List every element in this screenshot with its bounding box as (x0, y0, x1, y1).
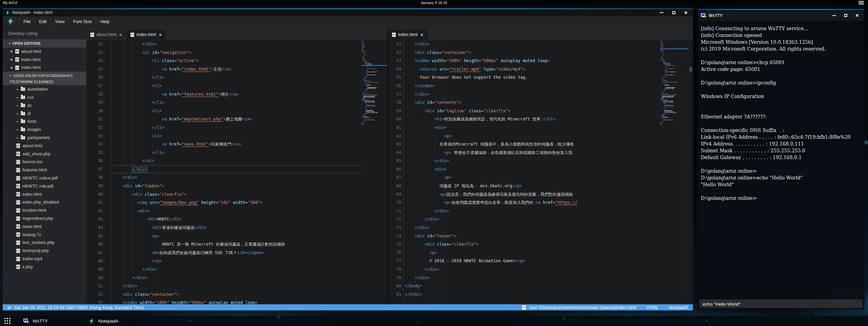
folder-icon (21, 96, 25, 99)
minimize-icon[interactable] (832, 13, 836, 18)
chevron-right-icon: ▸ (17, 128, 19, 131)
terminal-line: Subnet Mask . . . . . . . . . . . : 255.… (701, 147, 862, 154)
code-line: </div> (405, 207, 660, 215)
menu-edit[interactable]: Edit (35, 17, 51, 26)
minimize-icon[interactable] (659, 10, 664, 15)
sidebar-file-mapredirect.php[interactable]: mapredirect.php (3, 214, 86, 223)
sidebar-file-about.html[interactable]: about.html (3, 142, 86, 150)
code-line: <p> 即使你不是建築師，你也能透過紅石師或鐵路工程師的身份加入我 (405, 149, 660, 157)
sidebar-folder-autostation[interactable]: ▸autostation (3, 85, 86, 93)
scrollbar[interactable] (689, 40, 693, 304)
maximize-icon[interactable] (671, 10, 676, 15)
sidebar-file-testmysql.php[interactable]: testmysql.php (3, 247, 86, 255)
terminal-icon (23, 319, 29, 323)
sidebar-folder-dc[interactable]: ▸dc (3, 101, 86, 110)
wstty-titlebar[interactable]: WsTTY × (698, 10, 864, 21)
open-editors-section[interactable]: ▾ OPEN EDITORS (3, 39, 86, 47)
close-icon[interactable]: × (10, 65, 13, 70)
folder-label: dc (28, 103, 32, 108)
chevron-right-icon: ▸ (17, 112, 19, 115)
taskbar: WsTTY NotepadA (0, 316, 868, 326)
terminal-line: D:\golang\aroz online>echo "Hello World" (701, 174, 862, 181)
menu-font-size[interactable]: Font Size (69, 17, 96, 26)
file-icon (15, 49, 19, 54)
terminal-line: Windows IP Configuration (701, 93, 862, 100)
scrollbar-thumb[interactable] (689, 67, 692, 72)
file-label: index.html (22, 192, 42, 197)
system-menu-icon[interactable] (858, 1, 864, 4)
workspace-path-line1: USER:/DESKTOP/SCREENSHOT (13, 74, 73, 78)
maximize-icon[interactable] (843, 13, 848, 18)
file-icon (522, 305, 526, 310)
editor-pane-left: about.html×index.html× 22232425262728293… (86, 27, 387, 304)
tab-index.html[interactable]: index.html× (388, 30, 428, 40)
code-line: <li> (113, 132, 361, 140)
folder-label: css (28, 95, 34, 100)
menu-help[interactable]: Help (96, 17, 114, 26)
tab-about.html[interactable]: about.html× (86, 30, 126, 40)
minimap-left[interactable] (361, 40, 387, 304)
workspace-root-item[interactable]: ▾ USER:/DESKTOP/SCREENSHOT /TEST/WWW CLE… (3, 72, 86, 85)
sidebar-folder-images[interactable]: ▸images (3, 126, 86, 134)
sidebar-file-x.php[interactable]: x.php (3, 263, 86, 271)
tab-index.html[interactable]: index.html× (126, 30, 166, 40)
taskbar-item-notepada[interactable]: NotepadA (85, 316, 122, 326)
open-editor-item[interactable]: ×index.html (3, 56, 86, 64)
code-line: <video width="100%" height="500px" autop… (113, 299, 361, 304)
code-line: </p> (113, 257, 361, 265)
sidebar-file-HKWTC_notice.pdf[interactable]: HKWTC notice.pdf (3, 174, 86, 182)
code-line: </div> (405, 40, 660, 49)
close-icon[interactable]: × (10, 57, 13, 62)
menu-view[interactable]: View (51, 17, 69, 26)
code-line: </div> (405, 265, 660, 274)
sidebar-file-favicon.ico[interactable]: favicon.ico (3, 158, 86, 166)
sidebar-folder-fonts[interactable]: ▸fonts (3, 118, 86, 126)
menu-file[interactable]: File (19, 17, 35, 26)
close-icon[interactable]: × (10, 49, 13, 54)
minimap-right[interactable] (660, 40, 689, 304)
notepad-titlebar[interactable]: NotepadA - index.html × (3, 9, 693, 16)
close-icon[interactable]: × (159, 32, 162, 37)
code-line: </div> (113, 40, 361, 49)
minimap-cursor (361, 65, 387, 66)
folder-icon (21, 88, 25, 91)
close-icon[interactable]: × (421, 32, 423, 37)
terminal-output[interactable]: [info] Conencting to arozos WsTTY servic… (698, 21, 864, 309)
sidebar-file-index.html[interactable]: index.html (3, 190, 86, 198)
sidebar-file-HKWTC_rule.pdf[interactable]: HKWTC rule.pdf (3, 182, 86, 190)
sidebar-file-news.html[interactable]: news.html (3, 223, 86, 231)
open-editor-item[interactable]: ×about.html (3, 47, 86, 56)
sidebar-folder-yamiyamimi[interactable]: ▸yamiyamimi (3, 134, 86, 142)
file-icon (16, 184, 20, 188)
sidebar-file-index.php_disabled[interactable]: index.php_disabled (3, 198, 86, 207)
sidebar-file-features.html[interactable]: features.html (3, 166, 86, 174)
close-icon[interactable]: × (684, 10, 688, 15)
close-icon[interactable]: × (119, 32, 122, 37)
file-label: teabag.7z (22, 232, 41, 237)
terminal-line: Default Gateway . . . . . . . . . : 192.… (701, 154, 862, 161)
terminal-command-input[interactable] (699, 300, 863, 308)
app-launcher-icon[interactable] (4, 318, 11, 324)
file-label: HKWTC rule.pdf (22, 184, 53, 189)
sidebar-file-location.html[interactable]: location.html (3, 206, 86, 214)
sidebar-file-teabag.7z[interactable]: teabag.7z (3, 231, 86, 239)
line-number-gutter: 2223242526272829303132333435363738394041… (86, 40, 111, 304)
sidebar-file-trailer.mp4[interactable]: trailer.mp4 (3, 255, 86, 263)
wstty-window: WsTTY × [info] Conencting to arozos WsTT… (698, 9, 864, 309)
folder-label: yamiyamimi (28, 135, 50, 140)
sidebar-folder-css[interactable]: ▸css (3, 93, 86, 101)
close-icon[interactable]: × (855, 13, 860, 18)
open-editor-item[interactable]: ×index.html (3, 64, 86, 72)
terminal-line: [info] Conencting to arozos WsTTY servic… (701, 25, 862, 32)
code-editor-left[interactable]: </div> <ul id="navigation"> <li class="a… (111, 40, 361, 304)
sidebar-file-add_vhost.php[interactable]: add_vhost.php (3, 150, 86, 158)
code-line: </div> (113, 173, 361, 182)
taskbar-item-wstty[interactable]: WsTTY (20, 316, 51, 326)
sidebar-file-test_sockets.php[interactable]: test_sockets.php (3, 239, 86, 247)
terminal-line: Ethernet adapter ?A??????: (701, 113, 862, 120)
code-line: </video> (405, 82, 660, 90)
sidebar-folder-dl[interactable]: ▸dl (3, 110, 86, 118)
code-editor-right[interactable]: </div> <div class="container"> <video wi… (404, 40, 660, 304)
terminal-line: "Hello World" (701, 181, 862, 188)
file-icon (16, 192, 20, 196)
